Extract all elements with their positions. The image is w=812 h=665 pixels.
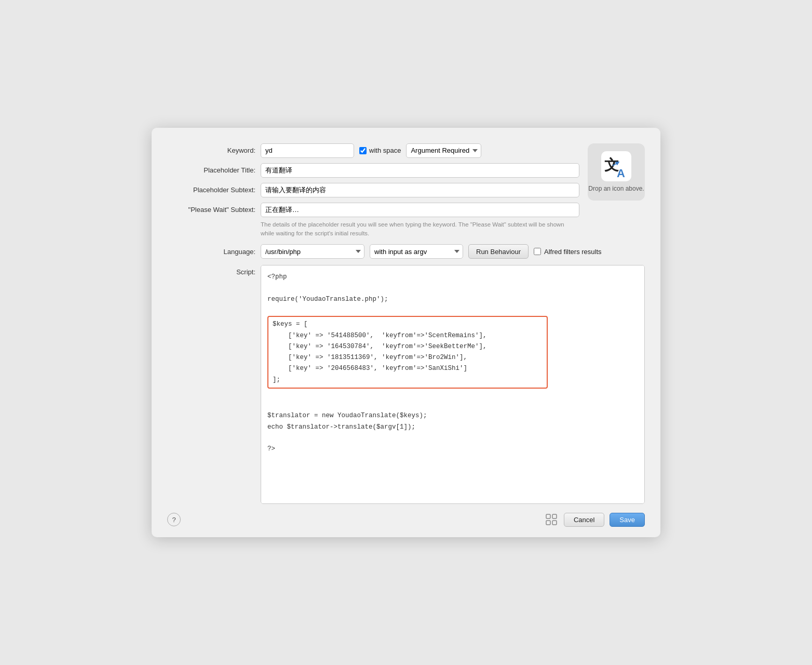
- keyword-input[interactable]: [261, 143, 354, 158]
- svg-rect-6: [546, 521, 550, 525]
- svg-rect-5: [552, 514, 557, 518]
- keyword-row: Keyword: with space Argument Required Ar…: [167, 143, 579, 158]
- script-label: Script:: [167, 265, 255, 276]
- please-wait-input[interactable]: [261, 203, 579, 217]
- script-section: Script: <?php require('YoudaoTranslate.p…: [167, 265, 645, 504]
- save-button[interactable]: Save: [610, 513, 645, 527]
- with-space-label[interactable]: with space: [359, 147, 401, 154]
- alfred-filters-checkbox[interactable]: [534, 248, 541, 255]
- help-button[interactable]: ?: [167, 513, 181, 526]
- help-label: ?: [172, 516, 175, 524]
- svg-rect-4: [546, 514, 550, 518]
- main-dialog: Keyword: with space Argument Required Ar…: [152, 128, 660, 538]
- run-behaviour-button[interactable]: Run Behaviour: [468, 244, 529, 259]
- hint-text: The details of the placeholder result yo…: [261, 220, 579, 238]
- language-row: Language: /usr/bin/php /usr/bin/python /…: [167, 244, 645, 259]
- language-dropdown[interactable]: /usr/bin/php /usr/bin/python /usr/bin/ru…: [261, 244, 364, 259]
- placeholder-subtext-row: Placeholder Subtext:: [167, 183, 579, 197]
- code-post-highlight: $translator = new YoudaoTranslate($keys)…: [267, 389, 638, 455]
- with-space-text: with space: [369, 147, 401, 154]
- placeholder-subtext-input[interactable]: [261, 183, 579, 197]
- icon-drop-text: Drop an icon above.: [588, 185, 644, 193]
- please-wait-row: "Please Wait" Subtext:: [167, 203, 579, 217]
- placeholder-title-input[interactable]: [261, 163, 579, 178]
- highlighted-code: $keys = [ ['key' => '541488500', 'keyfro…: [273, 319, 543, 385]
- icon-preview: 文 A: [601, 151, 632, 182]
- script-editor[interactable]: <?php require('YoudaoTranslate.php'); $k…: [261, 265, 645, 504]
- placeholder-title-label: Placeholder Title:: [167, 166, 255, 174]
- argument-dropdown[interactable]: Argument Required Argument Optional No A…: [406, 143, 481, 158]
- highlighted-box: $keys = [ ['key' => '541488500', 'keyfro…: [267, 316, 548, 389]
- svg-rect-7: [552, 521, 557, 525]
- with-space-checkbox[interactable]: [359, 147, 367, 154]
- svg-text:A: A: [617, 167, 625, 180]
- placeholder-title-row: Placeholder Title:: [167, 163, 579, 178]
- alfred-filters-label[interactable]: Alfred filters results: [534, 248, 602, 256]
- please-wait-label: "Please Wait" Subtext:: [167, 206, 255, 214]
- alfred-filters-text: Alfred filters results: [544, 248, 602, 256]
- cancel-button[interactable]: Cancel: [564, 513, 604, 527]
- bottom-bar: ? Cancel Save: [167, 512, 645, 527]
- code-pre-highlight: <?php require('YoudaoTranslate.php');: [267, 272, 638, 316]
- grid-icon: [544, 512, 559, 527]
- language-label: Language:: [167, 248, 255, 256]
- keyword-label: Keyword:: [167, 147, 255, 154]
- highlighted-region: $keys = [ ['key' => '541488500', 'keyfro…: [267, 316, 638, 389]
- input-mode-dropdown[interactable]: with input as argv with input as {query}: [370, 244, 463, 259]
- icon-drop-area[interactable]: 文 A Drop an icon above.: [588, 143, 645, 201]
- placeholder-subtext-label: Placeholder Subtext:: [167, 186, 255, 194]
